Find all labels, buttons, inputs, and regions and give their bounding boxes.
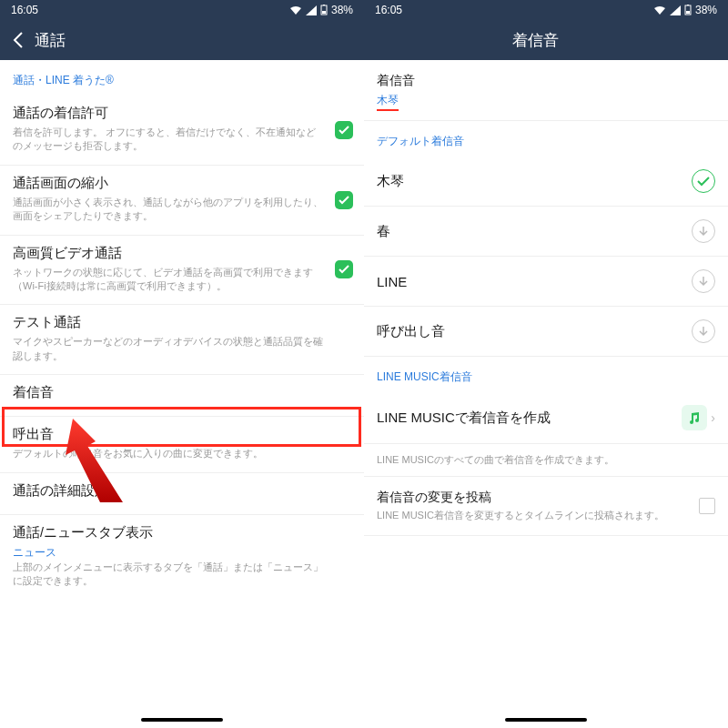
row-label: LINE MUSICで着信音を作成 <box>377 410 551 427</box>
toggle-on[interactable] <box>335 191 353 209</box>
nav-title: 通話 <box>35 30 66 51</box>
row-sub: 通話画面が小さく表示され、通話しながら他のアプリを利用したり、画面をシェアしたり… <box>13 196 351 224</box>
selected-icon <box>692 169 715 193</box>
row-title: 通話の詳細設定 <box>13 482 351 500</box>
status-time: 16:05 <box>11 4 38 16</box>
wifi-icon <box>653 5 666 15</box>
download-icon <box>692 319 715 343</box>
row-line-music-create[interactable]: LINE MUSICで着信音を作成 › <box>364 392 728 444</box>
battery-icon <box>684 5 692 15</box>
row-ringback[interactable]: 呼出音 デフォルトの呼出音をお気に入りの曲に変更できます。 <box>0 417 364 472</box>
screen-right: 16:05 38% 着信音 着信音 木琴 デフォルト着信音 木琴 <box>364 0 728 728</box>
section-default: デフォルト着信音 <box>364 121 728 157</box>
option-label: 春 <box>377 223 390 240</box>
chevron-right-icon: › <box>711 410 715 425</box>
status-icons: 38% <box>653 4 717 16</box>
current-label: 着信音 <box>377 73 715 89</box>
content-right: 着信音 木琴 デフォルト着信音 木琴 春 LINE <box>364 60 728 712</box>
back-button[interactable] <box>7 29 29 51</box>
row-title: 通話/ニュースタブ表示 <box>13 524 351 541</box>
current-ringtone[interactable]: 着信音 木琴 <box>364 60 728 121</box>
row-sub: ネットワークの状態に応じて、ビデオ通話を高画質で利用できます（Wi-Fi接続時は… <box>13 266 351 294</box>
row-value: ニュース <box>13 545 351 561</box>
toggle-on[interactable] <box>335 260 353 278</box>
status-bar: 16:05 38% <box>0 0 364 20</box>
svg-rect-5 <box>686 11 690 14</box>
current-value: 木琴 <box>377 93 399 111</box>
checkmark-icon <box>339 126 349 135</box>
checkmark-icon <box>339 196 349 205</box>
svg-rect-1 <box>323 5 325 5</box>
row-hd-video[interactable]: 高画質ビデオ通話 ネットワークの状態に応じて、ビデオ通話を高画質で利用できます（… <box>0 236 364 306</box>
checkmark-icon <box>339 265 349 274</box>
download-icon <box>692 219 715 243</box>
row-tab-display[interactable]: 通話/ニュースタブ表示 ニュース 上部のメインメニューに表示するタブを「通話」ま… <box>0 515 364 600</box>
battery-percent: 38% <box>695 4 717 16</box>
nav-bar: 通話 <box>0 20 364 60</box>
signal-icon <box>670 5 681 15</box>
bottom-bar <box>364 712 728 728</box>
option-label: LINE <box>377 274 407 289</box>
checkmark-icon <box>697 177 710 187</box>
row-post-change[interactable]: 着信音の変更を投稿 LINE MUSIC着信音を変更するとタイムラインに投稿され… <box>364 476 728 536</box>
home-indicator[interactable] <box>505 718 587 722</box>
option-haru[interactable]: 春 <box>364 207 728 257</box>
battery-icon <box>320 5 328 15</box>
row-advanced[interactable]: 通話の詳細設定 <box>0 473 364 515</box>
row-sub: マイクやスピーカーなどのオーディオデバイスの状態と通話品質を確認します。 <box>13 335 351 363</box>
download-icon <box>692 269 715 293</box>
music-note: LINE MUSICのすべての曲で着信音を作成できます。 <box>364 444 728 476</box>
nav-bar: 着信音 <box>364 20 728 60</box>
row-sub: 上部のメインメニューに表示するタブを「通話」または「ニュース」に設定できます。 <box>13 561 351 589</box>
row-title: 着信音 <box>13 384 351 401</box>
option-line[interactable]: LINE <box>364 257 728 307</box>
row-title: 通話画面の縮小 <box>13 175 351 192</box>
music-icon <box>682 405 707 430</box>
status-bar: 16:05 38% <box>364 0 728 20</box>
row-ringtone[interactable]: 着信音 <box>0 375 364 417</box>
arrow-down-icon <box>698 276 709 287</box>
toggle-on[interactable] <box>335 121 353 139</box>
section-music: LINE MUSIC着信音 <box>364 357 728 392</box>
svg-rect-4 <box>687 5 689 5</box>
row-pip[interactable]: 通話画面の縮小 通話画面が小さく表示され、通話しながら他のアプリを利用したり、画… <box>0 166 364 236</box>
content-left: 通話・LINE 着うた® 通話の着信許可 着信を許可します。 オフにすると、着信… <box>0 60 364 712</box>
option-label: 呼び出し音 <box>377 323 445 340</box>
row-sub: LINE MUSIC着信音を変更するとタイムラインに投稿されます。 <box>377 509 664 522</box>
screen-left: 16:05 38% 通話 通話・LINE 着うた® 通話の着信許可 着信を許可し… <box>0 0 364 728</box>
row-title: テスト通話 <box>13 314 351 331</box>
row-title: 高画質ビデオ通話 <box>13 245 351 262</box>
music-note-icon <box>687 410 702 425</box>
home-indicator[interactable] <box>141 718 223 722</box>
arrow-down-icon <box>698 326 709 337</box>
row-label: 着信音の変更を投稿 <box>377 490 664 506</box>
row-allow-calls[interactable]: 通話の着信許可 着信を許可します。 オフにすると、着信だけでなく、不在通知などの… <box>0 96 364 166</box>
row-title: 通話の着信許可 <box>13 105 351 122</box>
battery-percent: 38% <box>331 4 353 16</box>
svg-rect-2 <box>322 11 326 14</box>
arrow-down-icon <box>698 226 709 237</box>
row-test-call[interactable]: テスト通話 マイクやスピーカーなどのオーディオデバイスの状態と通話品質を確認しま… <box>0 305 364 375</box>
wifi-icon <box>289 5 302 15</box>
signal-icon <box>306 5 317 15</box>
row-sub: 着信を許可します。 オフにすると、着信だけでなく、不在通知などのメッセージも拒否… <box>13 126 351 154</box>
status-time: 16:05 <box>375 4 402 16</box>
option-mokkin[interactable]: 木琴 <box>364 157 728 207</box>
bottom-bar <box>0 712 364 728</box>
row-sub: デフォルトの呼出音をお気に入りの曲に変更できます。 <box>13 447 351 460</box>
chevron-left-icon <box>13 32 24 48</box>
option-yobidashi[interactable]: 呼び出し音 <box>364 307 728 357</box>
row-title: 呼出音 <box>13 426 351 443</box>
checkbox[interactable] <box>699 498 715 514</box>
option-label: 木琴 <box>377 173 404 190</box>
nav-title: 着信音 <box>364 30 721 51</box>
section-header: 通話・LINE 着うた® <box>0 60 364 96</box>
status-icons: 38% <box>289 4 353 16</box>
